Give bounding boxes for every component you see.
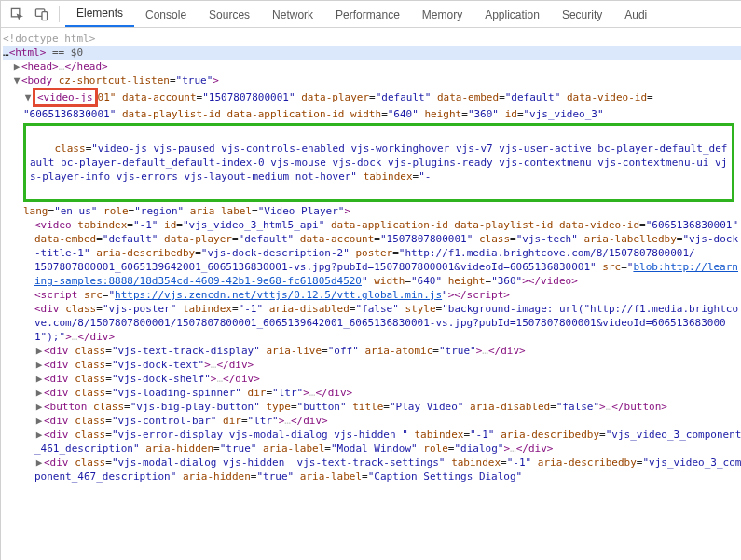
tab-audits[interactable]: Audi xyxy=(613,2,658,27)
video-element-row[interactable]: <video tabindex="-1" id="vjs_video_3_htm… xyxy=(3,218,741,288)
script-vttjs-row[interactable]: <script src="https://vjs.zencdn.net/vttj… xyxy=(3,288,741,302)
video-js-attrs-row[interactable]: "6065136830001" data-playlist-id data-ap… xyxy=(3,107,741,121)
tab-sources[interactable]: Sources xyxy=(198,2,261,27)
devtools-toolbar: Elements Console Sources Network Perform… xyxy=(1,1,741,28)
video-js-lang-row[interactable]: lang="en-us" role="region" aria-label="V… xyxy=(3,204,741,218)
html-element-row[interactable]: …<html> == $0 xyxy=(3,46,741,60)
tab-elements[interactable]: Elements xyxy=(65,0,134,27)
tab-network[interactable]: Network xyxy=(261,2,324,27)
video-js-element-row[interactable]: ▼<video-js01" data-account="150780780000… xyxy=(3,88,741,107)
highlight-video-js-class: class="video-js vjs-paused vjs-controls-… xyxy=(23,123,734,202)
control-bar-row[interactable]: ▶<div class="vjs-control-bar" dir="ltr">… xyxy=(3,414,741,428)
doctype-node[interactable]: <!doctype html> xyxy=(3,33,95,45)
head-element-row[interactable]: ▶<head>…</head> xyxy=(3,60,741,74)
dock-shelf-row[interactable]: ▶<div class="vjs-dock-shelf">…</div> xyxy=(3,372,741,386)
tab-performance[interactable]: Performance xyxy=(324,2,411,27)
big-play-button-row[interactable]: ▶<button class="vjs-big-play-button" typ… xyxy=(3,400,741,414)
dock-text-row[interactable]: ▶<div class="vjs-dock-text">…</div> xyxy=(3,358,741,372)
tab-console[interactable]: Console xyxy=(134,2,198,27)
toolbar-divider xyxy=(59,6,60,22)
elements-dom-tree[interactable]: <!doctype html> …<html> == $0 ▶<head>…</… xyxy=(1,28,741,484)
select-element-icon[interactable] xyxy=(5,4,29,24)
toggle-device-icon[interactable] xyxy=(29,4,53,24)
poster-div-row[interactable]: <div class="vjs-poster" tabindex="-1" ar… xyxy=(3,302,741,344)
svg-rect-2 xyxy=(41,11,47,20)
error-display-row[interactable]: ▶<div class="vjs-error-display vjs-modal… xyxy=(3,428,741,456)
tt-settings-row[interactable]: ▶<div class="vjs-modal-dialog vjs-hidden… xyxy=(3,456,741,484)
body-element-row[interactable]: ▼<body cz-shortcut-listen="true"> xyxy=(3,74,741,88)
tab-memory[interactable]: Memory xyxy=(411,2,473,27)
tab-application[interactable]: Application xyxy=(473,2,551,27)
loading-spinner-row[interactable]: ▶<div class="vjs-loading-spinner" dir="l… xyxy=(3,386,741,400)
script-src-link[interactable]: https://vjs.zencdn.net/vttjs/0.12.5/vtt.… xyxy=(115,289,442,301)
highlight-video-js-tag: <video-js xyxy=(33,88,98,107)
tab-security[interactable]: Security xyxy=(551,2,613,27)
text-track-display-row[interactable]: ▶<div class="vjs-text-track-display" ari… xyxy=(3,344,741,358)
devtools-tabs: Elements Console Sources Network Perform… xyxy=(65,1,658,27)
